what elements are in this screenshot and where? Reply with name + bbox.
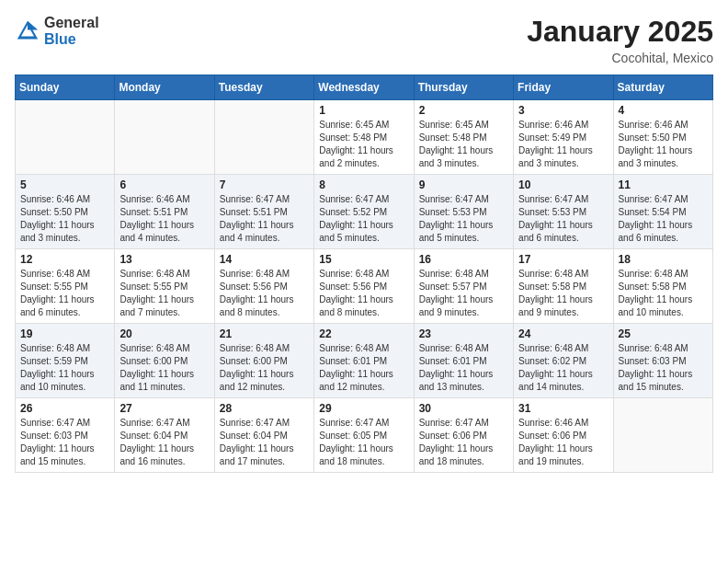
calendar-cell: 14Sunrise: 6:48 AM Sunset: 5:56 PM Dayli… [214, 249, 313, 324]
day-number: 29 [319, 402, 408, 415]
day-number: 25 [619, 327, 708, 340]
day-info: Sunrise: 6:47 AM Sunset: 5:53 PM Dayligh… [518, 193, 608, 245]
calendar-cell: 10Sunrise: 6:47 AM Sunset: 5:53 PM Dayli… [514, 175, 613, 249]
page-header: General Blue January 2025 Cocohital, Mex… [15, 15, 713, 65]
calendar-week-1: 1Sunrise: 6:45 AM Sunset: 5:48 PM Daylig… [16, 100, 713, 175]
day-number: 20 [119, 327, 209, 340]
day-info: Sunrise: 6:46 AM Sunset: 5:51 PM Dayligh… [119, 193, 209, 245]
location-title: Cocohital, Mexico [527, 51, 713, 65]
day-info: Sunrise: 6:47 AM Sunset: 6:04 PM Dayligh… [220, 417, 309, 468]
calendar-cell: 26Sunrise: 6:47 AM Sunset: 6:03 PM Dayli… [16, 398, 115, 473]
day-number: 26 [20, 402, 109, 415]
day-info: Sunrise: 6:48 AM Sunset: 5:58 PM Dayligh… [518, 268, 608, 319]
calendar-cell: 1Sunrise: 6:45 AM Sunset: 5:48 PM Daylig… [314, 100, 414, 175]
day-number: 22 [319, 327, 408, 340]
weekday-header-tuesday: Tuesday [214, 75, 313, 100]
calendar-cell: 21Sunrise: 6:48 AM Sunset: 6:00 PM Dayli… [214, 324, 313, 398]
calendar-cell: 13Sunrise: 6:48 AM Sunset: 5:55 PM Dayli… [115, 249, 214, 324]
day-info: Sunrise: 6:46 AM Sunset: 5:50 PM Dayligh… [20, 193, 109, 245]
calendar-week-5: 26Sunrise: 6:47 AM Sunset: 6:03 PM Dayli… [16, 398, 713, 473]
day-info: Sunrise: 6:47 AM Sunset: 6:05 PM Dayligh… [319, 417, 408, 468]
day-number: 15 [319, 253, 408, 266]
calendar-cell: 31Sunrise: 6:46 AM Sunset: 6:06 PM Dayli… [514, 398, 613, 473]
calendar-cell [16, 100, 115, 175]
calendar-cell: 9Sunrise: 6:47 AM Sunset: 5:53 PM Daylig… [414, 175, 513, 249]
calendar-cell: 29Sunrise: 6:47 AM Sunset: 6:05 PM Dayli… [314, 398, 414, 473]
calendar-week-3: 12Sunrise: 6:48 AM Sunset: 5:55 PM Dayli… [16, 249, 713, 324]
calendar-cell: 3Sunrise: 6:46 AM Sunset: 5:49 PM Daylig… [514, 100, 613, 175]
day-number: 17 [518, 253, 608, 266]
day-number: 30 [419, 402, 508, 415]
day-info: Sunrise: 6:46 AM Sunset: 6:06 PM Dayligh… [518, 417, 608, 468]
calendar-cell: 5Sunrise: 6:46 AM Sunset: 5:50 PM Daylig… [16, 175, 115, 249]
logo: General Blue [15, 15, 99, 48]
calendar-cell: 11Sunrise: 6:47 AM Sunset: 5:54 PM Dayli… [613, 175, 712, 249]
calendar-week-2: 5Sunrise: 6:46 AM Sunset: 5:50 PM Daylig… [16, 175, 713, 249]
day-info: Sunrise: 6:48 AM Sunset: 6:02 PM Dayligh… [518, 342, 608, 394]
calendar-body: 1Sunrise: 6:45 AM Sunset: 5:48 PM Daylig… [16, 100, 713, 473]
day-number: 19 [20, 327, 109, 340]
calendar-cell: 12Sunrise: 6:48 AM Sunset: 5:55 PM Dayli… [16, 249, 115, 324]
calendar-cell [115, 100, 214, 175]
day-info: Sunrise: 6:48 AM Sunset: 5:58 PM Dayligh… [619, 268, 708, 319]
day-number: 14 [220, 253, 309, 266]
day-number: 2 [419, 104, 508, 117]
day-number: 11 [619, 178, 708, 191]
day-info: Sunrise: 6:48 AM Sunset: 6:00 PM Dayligh… [220, 342, 309, 394]
calendar-cell: 18Sunrise: 6:48 AM Sunset: 5:58 PM Dayli… [613, 249, 712, 324]
day-info: Sunrise: 6:47 AM Sunset: 5:51 PM Dayligh… [220, 193, 309, 245]
day-number: 28 [220, 402, 309, 415]
day-info: Sunrise: 6:48 AM Sunset: 5:55 PM Dayligh… [20, 268, 109, 319]
day-info: Sunrise: 6:48 AM Sunset: 5:55 PM Dayligh… [119, 268, 209, 319]
logo-icon [15, 18, 40, 44]
day-info: Sunrise: 6:45 AM Sunset: 5:48 PM Dayligh… [319, 119, 408, 170]
calendar-cell: 6Sunrise: 6:46 AM Sunset: 5:51 PM Daylig… [115, 175, 214, 249]
day-number: 10 [518, 178, 608, 191]
calendar-table: SundayMondayTuesdayWednesdayThursdayFrid… [15, 75, 713, 473]
day-number: 31 [518, 402, 608, 415]
day-info: Sunrise: 6:47 AM Sunset: 6:06 PM Dayligh… [419, 417, 508, 468]
calendar-cell: 2Sunrise: 6:45 AM Sunset: 5:48 PM Daylig… [414, 100, 513, 175]
logo-blue: Blue [44, 31, 76, 47]
calendar-cell [613, 398, 712, 473]
calendar-cell: 19Sunrise: 6:48 AM Sunset: 5:59 PM Dayli… [16, 324, 115, 398]
day-info: Sunrise: 6:48 AM Sunset: 6:00 PM Dayligh… [119, 342, 209, 394]
svg-marker-2 [28, 21, 38, 30]
calendar-cell: 28Sunrise: 6:47 AM Sunset: 6:04 PM Dayli… [214, 398, 313, 473]
calendar-week-4: 19Sunrise: 6:48 AM Sunset: 5:59 PM Dayli… [16, 324, 713, 398]
weekday-header-thursday: Thursday [414, 75, 513, 100]
day-info: Sunrise: 6:48 AM Sunset: 5:56 PM Dayligh… [220, 268, 309, 319]
calendar-cell: 23Sunrise: 6:48 AM Sunset: 6:01 PM Dayli… [414, 324, 513, 398]
day-info: Sunrise: 6:47 AM Sunset: 6:03 PM Dayligh… [20, 417, 109, 468]
day-number: 12 [20, 253, 109, 266]
calendar-cell: 16Sunrise: 6:48 AM Sunset: 5:57 PM Dayli… [414, 249, 513, 324]
calendar-cell [214, 100, 313, 175]
day-number: 13 [119, 253, 209, 266]
day-info: Sunrise: 6:47 AM Sunset: 5:53 PM Dayligh… [419, 193, 508, 245]
day-number: 16 [419, 253, 508, 266]
day-info: Sunrise: 6:48 AM Sunset: 5:59 PM Dayligh… [20, 342, 109, 394]
weekday-header-sunday: Sunday [16, 75, 115, 100]
day-number: 21 [220, 327, 309, 340]
day-number: 6 [119, 178, 209, 191]
day-number: 23 [419, 327, 508, 340]
day-number: 5 [20, 178, 109, 191]
weekday-header-row: SundayMondayTuesdayWednesdayThursdayFrid… [16, 75, 713, 100]
calendar-cell: 4Sunrise: 6:46 AM Sunset: 5:50 PM Daylig… [613, 100, 712, 175]
day-number: 18 [619, 253, 708, 266]
day-number: 4 [619, 104, 708, 117]
calendar-cell: 30Sunrise: 6:47 AM Sunset: 6:06 PM Dayli… [414, 398, 513, 473]
logo-general: General [44, 15, 99, 30]
day-number: 7 [220, 178, 309, 191]
day-info: Sunrise: 6:47 AM Sunset: 5:52 PM Dayligh… [319, 193, 408, 245]
day-info: Sunrise: 6:46 AM Sunset: 5:49 PM Dayligh… [518, 119, 608, 170]
weekday-header-monday: Monday [115, 75, 214, 100]
day-number: 1 [319, 104, 408, 117]
day-info: Sunrise: 6:45 AM Sunset: 5:48 PM Dayligh… [419, 119, 508, 170]
calendar-cell: 8Sunrise: 6:47 AM Sunset: 5:52 PM Daylig… [314, 175, 414, 249]
weekday-header-saturday: Saturday [613, 75, 712, 100]
title-area: January 2025 Cocohital, Mexico [527, 15, 713, 65]
day-info: Sunrise: 6:48 AM Sunset: 6:01 PM Dayligh… [419, 342, 508, 394]
calendar-cell: 25Sunrise: 6:48 AM Sunset: 6:03 PM Dayli… [613, 324, 712, 398]
day-number: 9 [419, 178, 508, 191]
